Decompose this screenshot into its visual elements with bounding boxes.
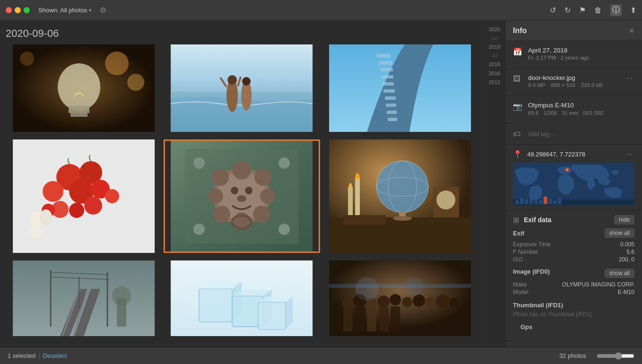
svg-rect-72 bbox=[343, 215, 386, 225]
camera-name: Olympus E-M10 bbox=[528, 102, 634, 109]
photo-grid-row2 bbox=[6, 139, 478, 253]
gps-section: Gps bbox=[513, 318, 634, 336]
flag-icon[interactable]: ⚑ bbox=[579, 6, 586, 15]
hide-exif-button[interactable]: hide bbox=[614, 215, 634, 225]
svg-point-12 bbox=[242, 77, 251, 86]
ifd1-title: Thumbnail (IFD1) bbox=[513, 302, 563, 309]
file-row: 🖼 door-knocker.jpg 0.4 MP 800 × 533 233.… bbox=[513, 74, 634, 88]
rotate-right-icon[interactable]: ↻ bbox=[564, 6, 571, 15]
exif-row-iso: ISO 200, 0 bbox=[513, 256, 634, 263]
zoom-slider[interactable] bbox=[597, 352, 634, 360]
svg-point-55 bbox=[254, 169, 271, 186]
photo-item-3[interactable] bbox=[322, 44, 478, 132]
svg-point-110 bbox=[355, 277, 379, 301]
close-window-button[interactable] bbox=[6, 7, 12, 13]
svg-point-74 bbox=[436, 191, 455, 209]
deselect-button[interactable]: Deselect bbox=[43, 352, 67, 359]
svg-rect-108 bbox=[329, 284, 471, 286]
svg-rect-103 bbox=[343, 308, 353, 331]
ifd0-table: Make OLYMPUS IMAGING CORP. Model E-M10 bbox=[513, 281, 634, 296]
photo-date: April 27, 2018 bbox=[528, 47, 634, 54]
svg-point-57 bbox=[245, 187, 252, 194]
f-number-value: 5.6 bbox=[626, 249, 634, 255]
minimize-window-button[interactable] bbox=[15, 7, 21, 13]
svg-point-71 bbox=[349, 183, 352, 189]
svg-point-114 bbox=[566, 169, 568, 171]
exif-header-left: ⊞ Exif data bbox=[513, 216, 551, 225]
file-size: 233.0 kB bbox=[581, 82, 602, 88]
ifd0-row-make: Make OLYMPUS IMAGING CORP. bbox=[513, 281, 634, 288]
timeline-month-jun[interactable]: Jun bbox=[491, 35, 498, 41]
timeline-year-2018[interactable]: 2018 bbox=[489, 61, 500, 68]
svg-rect-69 bbox=[348, 187, 353, 217]
photo-item-9[interactable] bbox=[322, 260, 478, 336]
show-all-ifd-button[interactable]: show all bbox=[605, 269, 634, 278]
svg-point-43 bbox=[193, 224, 205, 235]
ifd0-title: Image (IFD0) bbox=[513, 268, 550, 275]
timeline-year-2012[interactable]: 2012 bbox=[489, 78, 500, 86]
svg-rect-17 bbox=[379, 61, 392, 65]
file-name: door-knocker.jpg bbox=[528, 74, 619, 81]
svg-rect-105 bbox=[367, 308, 376, 331]
photo-item-5[interactable] bbox=[164, 139, 320, 253]
timeline-year-2016[interactable]: 2016 bbox=[489, 69, 500, 77]
map-thumbnail[interactable] bbox=[513, 163, 634, 205]
photo-scroll[interactable]: 2020-09-06 bbox=[0, 21, 484, 347]
file-more-icon[interactable]: ··· bbox=[625, 74, 634, 83]
svg-point-56 bbox=[231, 187, 238, 194]
svg-point-51 bbox=[213, 206, 230, 223]
camera-iso: ISO 200 bbox=[583, 110, 603, 116]
ifd1-section: Thumbnail (IFD1) Photo has no Thumbnail … bbox=[513, 301, 634, 318]
svg-rect-24 bbox=[387, 111, 397, 114]
photo-item-2[interactable] bbox=[164, 44, 320, 132]
show-all-exif-button[interactable]: show all bbox=[605, 228, 634, 238]
camera-aperture: f/5.6 bbox=[528, 110, 538, 116]
coord-more-icon[interactable]: ··· bbox=[625, 150, 634, 158]
svg-point-29 bbox=[43, 181, 63, 202]
rotate-left-icon[interactable]: ↺ bbox=[550, 6, 556, 15]
ifd0-header-row: Image (IFD0) show all bbox=[513, 268, 634, 278]
svg-point-97 bbox=[390, 294, 401, 305]
export-icon[interactable]: ⬆ bbox=[630, 6, 636, 15]
photo-item-4[interactable] bbox=[6, 139, 162, 253]
timeline-month-jul[interactable]: Jul bbox=[492, 53, 498, 58]
info-icon[interactable]: ⓘ bbox=[610, 4, 622, 16]
table-icon: ⊞ bbox=[513, 216, 519, 225]
info-panel-title: Info bbox=[513, 26, 527, 35]
make-value: OLYMPUS IMAGING CORP. bbox=[562, 281, 634, 288]
titlebar-actions: ↺ ↻ ⚑ 🗑 ⓘ ⬆ bbox=[550, 4, 636, 16]
svg-rect-25 bbox=[388, 118, 397, 121]
svg-rect-16 bbox=[376, 54, 390, 58]
timeline-year-2019[interactable]: 2019 bbox=[489, 43, 500, 51]
svg-rect-121 bbox=[539, 200, 543, 204]
maximize-window-button[interactable] bbox=[24, 7, 30, 13]
info-header: Info ✕ bbox=[505, 21, 642, 41]
title-chevron-icon[interactable]: ▾ bbox=[89, 8, 91, 13]
photo-grid-row3 bbox=[6, 260, 478, 336]
gps-title: Gps bbox=[521, 323, 532, 330]
exif-table: Exposure Time 0.005 F Number 5.6 ISO 200… bbox=[513, 241, 634, 263]
svg-rect-116 bbox=[515, 200, 519, 204]
timeline-year-2020[interactable]: 2020 bbox=[489, 26, 500, 33]
photo-item-7[interactable] bbox=[6, 260, 162, 336]
photo-item-1[interactable] bbox=[6, 44, 162, 132]
photo-item-6[interactable] bbox=[322, 139, 478, 253]
svg-point-96 bbox=[377, 295, 390, 308]
info-panel: Info ✕ 📅 April 27, 2018 Fr, 1:17 PM · 2 … bbox=[505, 21, 642, 347]
tag-row: 🏷 bbox=[513, 130, 634, 139]
svg-rect-119 bbox=[529, 198, 533, 204]
delete-icon[interactable]: 🗑 bbox=[594, 6, 602, 15]
exif-section-title: Exif data bbox=[524, 216, 551, 224]
close-info-button[interactable]: ✕ bbox=[629, 27, 634, 35]
svg-point-1 bbox=[105, 52, 129, 75]
photo-item-8[interactable] bbox=[164, 260, 320, 336]
svg-rect-6 bbox=[70, 113, 87, 117]
svg-rect-23 bbox=[386, 104, 396, 107]
tag-input[interactable] bbox=[528, 130, 634, 138]
date-group-label: 2020-09-06 bbox=[6, 27, 478, 40]
settings-icon[interactable]: ⚙ bbox=[100, 6, 106, 15]
photo-area: 2020-09-06 bbox=[0, 21, 505, 347]
statusbar: 1 selected | Deselect 32 photos bbox=[0, 347, 642, 364]
svg-rect-5 bbox=[69, 106, 89, 113]
svg-point-99 bbox=[413, 295, 425, 307]
